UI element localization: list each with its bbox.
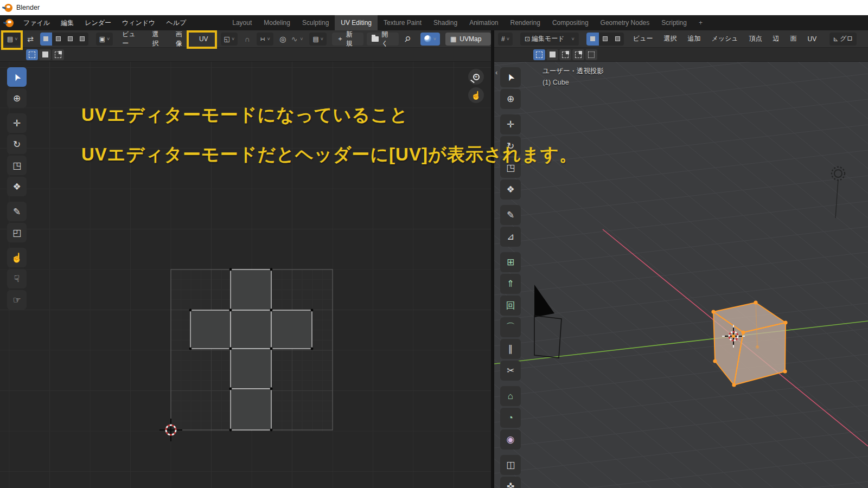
tab-texture-paint[interactable]: Texture Paint — [378, 15, 427, 30]
tab-scripting[interactable]: Scripting — [655, 15, 693, 30]
menu-help[interactable]: ヘルプ — [161, 15, 192, 30]
tool-tweak-select[interactable]: ➤ — [7, 67, 27, 87]
tool-add-cube[interactable]: ⊞ — [500, 252, 521, 272]
tab-sculpting[interactable]: Sculpting — [296, 15, 335, 30]
tool-transform[interactable]: ❖ — [500, 179, 521, 200]
tool-tweak-select[interactable]: ➤ — [500, 67, 521, 87]
light-object[interactable] — [832, 167, 845, 218]
uv-menu-select[interactable]: 選択 — [147, 30, 170, 48]
zoom-in-button[interactable]: + — [468, 69, 484, 85]
transform-icon: ❖ — [506, 184, 514, 195]
tool-spin[interactable]: ◔ — [500, 408, 521, 428]
transform-orientation-dropdown[interactable]: ⊾ グロ — [829, 33, 857, 46]
tool-rip-region[interactable]: ◰ — [7, 223, 27, 242]
uv-face[interactable] — [190, 310, 231, 349]
tab-compositing[interactable]: Compositing — [546, 15, 595, 30]
tab-animation[interactable]: Animation — [463, 15, 504, 30]
tab-rendering[interactable]: Rendering — [505, 15, 546, 30]
select-mode-extend[interactable] — [546, 49, 558, 60]
image-new-button[interactable]: ＋ 新規 — [332, 33, 363, 46]
tool-transform[interactable]: ❖ — [7, 177, 27, 196]
tool-annotate[interactable]: ✎ — [500, 205, 521, 225]
snap-magnet-icon[interactable]: ∩ — [241, 35, 253, 43]
menu-window[interactable]: ウィンドウ — [117, 15, 161, 30]
annotation-line-1: UVエディターモードになっていること — [81, 103, 409, 127]
v3d-menu-edge[interactable]: 辺 — [768, 34, 785, 43]
toolbar-collapse-arrow[interactable]: ‹ — [495, 68, 497, 76]
select-mode-extend[interactable] — [39, 49, 51, 60]
tool-move[interactable]: ✛ — [7, 113, 27, 133]
tool-scale[interactable]: ◳ — [7, 156, 27, 175]
uv-select-mode-face[interactable] — [64, 33, 76, 46]
tool-rotate[interactable]: ↻ — [7, 134, 27, 154]
blender-menu-icon[interactable] — [5, 19, 14, 27]
uv-face[interactable] — [271, 310, 312, 349]
tab-uv-editing[interactable]: UV Editing — [335, 15, 378, 30]
tool-shrink-fatten[interactable]: ✜ — [500, 477, 521, 488]
v3d-menu-mesh[interactable]: メッシュ — [706, 34, 743, 43]
3d-editor-type-button[interactable]: # ˅ — [498, 33, 513, 46]
mesh-select-mode-face[interactable] — [611, 33, 624, 46]
uv-select-mode-island[interactable] — [76, 33, 88, 46]
tab-shading[interactable]: Shading — [427, 15, 463, 30]
tool-3d-cursor[interactable]: ⊕ — [500, 89, 521, 109]
v3d-menu-select[interactable]: 選択 — [658, 34, 682, 43]
select-mode-new[interactable] — [26, 49, 38, 60]
mesh-select-mode-edge[interactable] — [599, 33, 611, 46]
mode-dropdown[interactable]: ⊡ 編集モード ˅ — [520, 33, 579, 46]
uv-select-mode-edge[interactable] — [52, 33, 64, 46]
pin-icon[interactable]: ⚲ — [403, 34, 413, 44]
uv-face[interactable] — [231, 349, 271, 389]
tab-add-workspace[interactable]: + — [693, 15, 709, 30]
image-open-button[interactable]: 開く — [367, 33, 399, 46]
tool-knife[interactable]: ✂ — [500, 361, 521, 381]
falloff-curve-icon[interactable]: ∿ — [289, 35, 300, 43]
select-mode-subtract[interactable] — [559, 49, 571, 60]
v3d-menu-add[interactable]: 追加 — [682, 34, 706, 43]
select-mode-intersect[interactable] — [585, 49, 597, 60]
tool-extrude-region[interactable]: ⇑ — [500, 274, 521, 294]
tool-bevel[interactable]: ⌒ — [500, 317, 521, 337]
menu-render[interactable]: レンダー — [79, 15, 117, 30]
tool-measure[interactable]: ⊿ — [500, 227, 521, 247]
tab-layout[interactable]: Layout — [226, 15, 258, 30]
menu-file[interactable]: ファイル — [18, 15, 55, 30]
tool-poly-build[interactable]: ⌂ — [500, 386, 521, 406]
tab-modeling[interactable]: Modeling — [258, 15, 296, 30]
tool-relax[interactable]: ☟ — [7, 269, 27, 288]
tool-grab[interactable]: ☝ — [7, 248, 27, 267]
tool-move[interactable]: ✛ — [500, 114, 521, 134]
v3d-menu-vertex[interactable]: 頂点 — [744, 34, 768, 43]
mesh-select-mode-vertex[interactable] — [586, 33, 599, 46]
tab-geometry-nodes[interactable]: Geometry Nodes — [595, 15, 656, 30]
uv-pivot-dropdown[interactable]: ◱ ˅ — [221, 33, 238, 46]
tool-annotate[interactable]: ✎ — [7, 202, 27, 221]
pan-hand-button[interactable]: ☝ — [468, 87, 484, 103]
uvmap-field[interactable]: ▦ UVMap — [445, 33, 491, 46]
select-mode-subtract[interactable] — [52, 49, 64, 60]
uv-select-mode-vertex[interactable] — [40, 33, 52, 46]
v3d-menu-face[interactable]: 面 — [785, 34, 802, 43]
menu-edit[interactable]: 編集 — [55, 15, 79, 30]
uv-sync-selection-icon[interactable]: ⇄ — [25, 35, 36, 43]
tool-inset-faces[interactable]: 回 — [500, 296, 521, 316]
image-browse-dropdown[interactable]: ▤ ˅ — [309, 33, 327, 46]
tool-smooth[interactable]: ◉ — [500, 429, 521, 450]
uv-sticky-select-dropdown[interactable]: ▣ ˅ — [96, 33, 113, 46]
tool-edge-slide[interactable]: ◫ — [500, 455, 521, 475]
select-mode-new[interactable] — [533, 49, 545, 60]
3d-canvas[interactable]: ‹ ➤ ⊕ ✛ ↻ ◳ ❖ ✎ ⊿ ⊞ ⇑ 回 ⌒ ∥ ✂ ⌂ ◔ ◉ ◫ — [494, 62, 868, 488]
tool-2d-cursor[interactable]: ⊕ — [7, 88, 27, 108]
uv-face[interactable] — [231, 310, 271, 349]
uv-menu-view[interactable]: ビュー — [117, 30, 146, 48]
select-mode-invert[interactable] — [572, 49, 584, 60]
tool-loop-cut[interactable]: ∥ — [500, 339, 521, 359]
uv-face[interactable] — [231, 389, 271, 430]
proportional-editing-icon[interactable]: ◎ — [277, 35, 289, 43]
uv-snap-with-dropdown[interactable]: ∺ ˅ — [257, 33, 273, 46]
image-link-button[interactable]: ˅ — [420, 33, 440, 46]
tool-pinch[interactable]: ☞ — [7, 290, 27, 310]
v3d-menu-uv[interactable]: UV — [802, 35, 822, 43]
uv-face[interactable] — [231, 269, 271, 310]
v3d-menu-view[interactable]: ビュー — [628, 34, 659, 43]
